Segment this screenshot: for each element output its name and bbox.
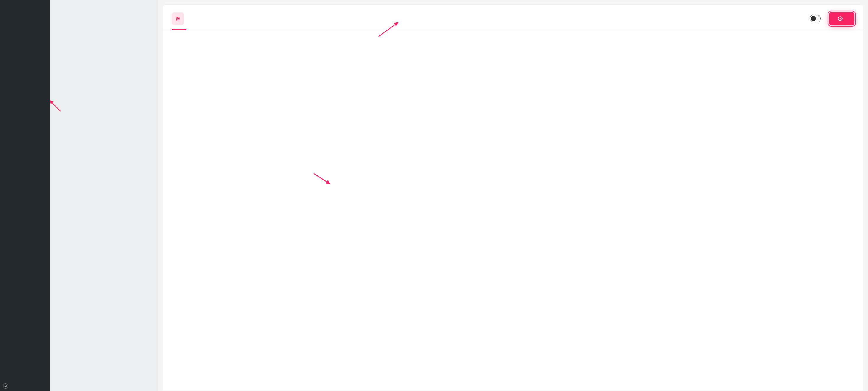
elementskit-settings-nav <box>50 0 158 391</box>
toggle-knob <box>811 16 816 21</box>
svg-point-3 <box>177 17 178 18</box>
wordpress-admin-sidebar: ◀ <box>0 0 50 391</box>
save-changes-button[interactable] <box>829 12 855 25</box>
check-circle-icon <box>838 16 843 21</box>
svg-point-5 <box>176 20 177 21</box>
tab-underline <box>172 29 186 30</box>
modules-grid <box>163 30 863 42</box>
collapse-icon: ◀ <box>3 383 8 389</box>
main-content <box>162 4 864 391</box>
modules-icon <box>172 12 184 25</box>
svg-point-4 <box>178 18 179 19</box>
collapse-menu[interactable]: ◀ <box>0 381 50 391</box>
global-toggle[interactable] <box>809 15 821 23</box>
page-header <box>163 5 863 30</box>
header-actions <box>805 12 855 25</box>
